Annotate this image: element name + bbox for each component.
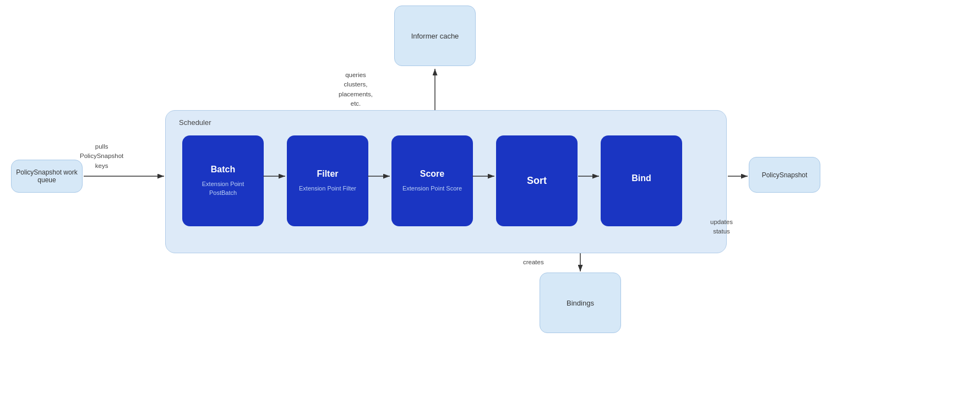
updates-text: updatesstatus — [710, 219, 733, 235]
work-queue-label: PolicySnapshot work queue — [15, 168, 79, 184]
score-step: Score Extension Point Score — [391, 135, 473, 226]
batch-title: Batch — [211, 165, 235, 175]
work-queue-box: PolicySnapshot work queue — [11, 160, 83, 193]
batch-step: Batch Extension Point PostBatch — [182, 135, 264, 226]
informer-cache-label: Informer cache — [411, 32, 459, 40]
score-sub: Extension Point Score — [402, 184, 462, 193]
pulls-text: pullsPolicySnapshotkeys — [80, 143, 123, 169]
bind-step: Bind — [601, 135, 682, 226]
creates-label: creates — [523, 258, 544, 267]
policy-snapshot-out-box: PolicySnapshot — [749, 157, 820, 193]
informer-cache-box: Informer cache — [394, 6, 476, 66]
queries-label: queriesclusters,placements,etc. — [339, 70, 373, 108]
policy-snapshot-out-label: PolicySnapshot — [762, 171, 808, 179]
bind-title: Bind — [631, 173, 651, 183]
sort-title: Sort — [527, 175, 547, 187]
bindings-label: Bindings — [567, 299, 594, 307]
queries-text: queriesclusters,placements,etc. — [339, 72, 373, 107]
sort-step: Sort — [496, 135, 578, 226]
filter-title: Filter — [317, 169, 338, 179]
batch-sub: Extension Point PostBatch — [188, 180, 258, 197]
scheduler-container: Scheduler Batch Extension Point PostBatc… — [165, 110, 727, 253]
score-title: Score — [420, 169, 444, 179]
scheduler-label: Scheduler — [179, 118, 211, 127]
filter-step: Filter Extension Point Filter — [287, 135, 368, 226]
pulls-label: pullsPolicySnapshotkeys — [80, 142, 123, 171]
updates-label: updatesstatus — [710, 217, 733, 237]
bindings-box: Bindings — [540, 273, 621, 333]
creates-text: creates — [523, 259, 544, 265]
diagram-container: Informer cache Scheduler Batch Extension… — [0, 0, 980, 403]
filter-sub: Extension Point Filter — [299, 184, 356, 193]
